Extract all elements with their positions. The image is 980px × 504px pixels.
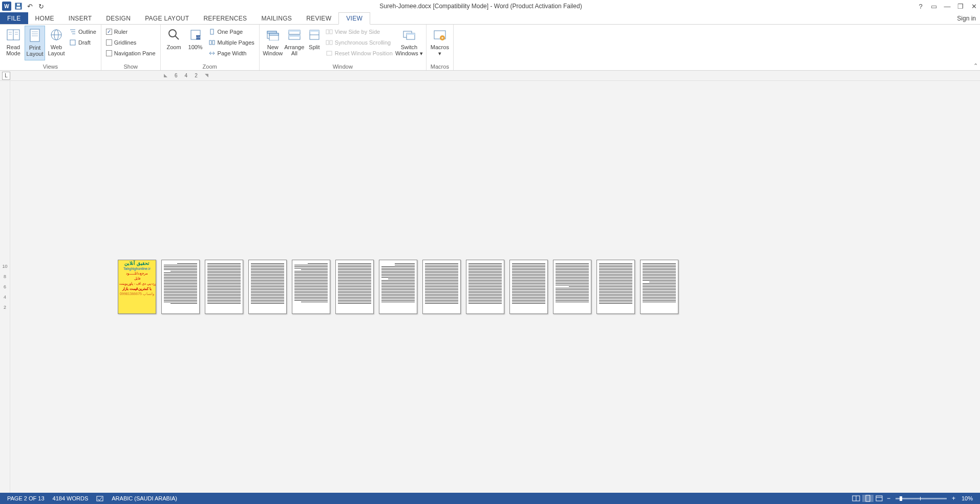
help-button[interactable]: ? bbox=[917, 2, 925, 10]
group-macros-label: Macros bbox=[430, 64, 450, 70]
web-layout-icon bbox=[48, 27, 65, 43]
svg-point-20 bbox=[169, 30, 176, 37]
page-thumbnail-4[interactable] bbox=[248, 260, 287, 314]
page-thumbnail-13[interactable] bbox=[640, 260, 678, 314]
print-layout-view-button[interactable] bbox=[862, 495, 874, 502]
zoom-label: Zoom bbox=[167, 44, 181, 50]
ruler-mark: 6 bbox=[175, 73, 178, 78]
read-mode-button[interactable]: Read Mode bbox=[3, 26, 24, 60]
page-thumbnail-12[interactable] bbox=[596, 260, 635, 314]
collapse-ribbon-button[interactable]: ⌃ bbox=[973, 62, 978, 69]
multiple-pages-button[interactable]: Multiple Pages bbox=[207, 37, 256, 48]
split-button[interactable]: Split bbox=[306, 26, 323, 60]
draft-button[interactable]: Draft bbox=[68, 37, 98, 48]
svg-rect-38 bbox=[310, 30, 319, 32]
macros-button[interactable]: Macros▾ bbox=[430, 26, 450, 60]
read-mode-view-button[interactable] bbox=[850, 495, 862, 501]
language-status[interactable]: ARABIC (SAUDI ARABIA) bbox=[108, 495, 181, 501]
document-area[interactable]: 10 8 6 4 2 تحقیق آنلاین Tahghighonline.i… bbox=[0, 81, 980, 493]
save-button[interactable] bbox=[14, 2, 23, 10]
svg-rect-42 bbox=[330, 40, 332, 45]
nav-pane-label: Navigation Pane bbox=[114, 50, 156, 56]
cover-text: مرجع دانلـــــود bbox=[118, 271, 156, 276]
title-bar: W ↶ ↻ Sureh-Jomee.docx [Compatibility Mo… bbox=[0, 0, 980, 12]
page-thumbnail-1[interactable]: تحقیق آنلاین Tahghighonline.ir مرجع دانل… bbox=[118, 260, 156, 314]
arrange-all-icon bbox=[286, 27, 303, 43]
print-layout-button[interactable]: Print Layout bbox=[25, 26, 45, 60]
page-thumbnail-2[interactable] bbox=[161, 260, 200, 314]
cover-text: فایل bbox=[118, 276, 156, 281]
new-window-icon bbox=[265, 27, 281, 43]
word-count-status[interactable]: 4184 WORDS bbox=[49, 495, 93, 501]
print-layout-icon bbox=[27, 27, 43, 44]
zoom-button[interactable]: Zoom bbox=[164, 26, 184, 60]
horizontal-ruler[interactable]: L ◣ 6 4 2 ◥ bbox=[0, 71, 980, 81]
zoom-in-button[interactable]: + bbox=[950, 495, 957, 502]
tab-page-layout[interactable]: PAGE LAYOUT bbox=[138, 12, 196, 24]
ribbon-options-button[interactable]: ▭ bbox=[930, 2, 938, 10]
vruler-mark: 6 bbox=[4, 284, 6, 289]
tab-file[interactable]: FILE bbox=[0, 12, 28, 24]
ruler-checkbox[interactable]: Ruler bbox=[104, 27, 157, 37]
page-thumbnail-3[interactable] bbox=[205, 260, 243, 314]
arrange-all-button[interactable]: Arrange All bbox=[284, 26, 305, 60]
zoom-out-button[interactable]: − bbox=[885, 495, 892, 502]
split-icon bbox=[306, 27, 323, 43]
page-width-button[interactable]: Page Width bbox=[207, 48, 256, 58]
page-thumbnail-5[interactable] bbox=[292, 260, 330, 314]
read-mode-icon bbox=[5, 27, 22, 43]
svg-rect-29 bbox=[267, 31, 276, 33]
nav-pane-checkbox[interactable]: Navigation Pane bbox=[104, 48, 157, 58]
svg-text:100: 100 bbox=[196, 36, 201, 39]
word-icon: W bbox=[2, 2, 11, 11]
split-label: Split bbox=[309, 44, 319, 50]
minimize-button[interactable]: — bbox=[943, 2, 951, 10]
tab-mailings[interactable]: MAILINGS bbox=[254, 12, 299, 24]
spelling-status[interactable] bbox=[92, 495, 108, 502]
tab-review[interactable]: REVIEW bbox=[299, 12, 338, 24]
undo-button[interactable]: ↶ bbox=[26, 2, 34, 10]
zoom-slider[interactable] bbox=[896, 498, 947, 499]
switch-windows-icon bbox=[401, 27, 417, 43]
page-thumbnail-6[interactable] bbox=[335, 260, 374, 314]
tab-selector[interactable]: L bbox=[2, 72, 10, 80]
draft-label: Draft bbox=[78, 39, 91, 46]
tab-home[interactable]: HOME bbox=[28, 12, 61, 24]
outline-label: Outline bbox=[78, 29, 96, 35]
zoom-percent[interactable]: 10% bbox=[957, 495, 977, 501]
svg-rect-1 bbox=[16, 7, 20, 9]
svg-rect-33 bbox=[289, 30, 300, 32]
page-number-status[interactable]: PAGE 2 OF 13 bbox=[3, 495, 49, 501]
close-button[interactable]: ✕ bbox=[970, 2, 978, 10]
switch-windows-button[interactable]: Switch Windows ▾ bbox=[395, 26, 423, 60]
gridlines-checkbox[interactable]: Gridlines bbox=[104, 37, 157, 48]
multi-pages-label: Multiple Pages bbox=[218, 39, 254, 46]
tab-insert[interactable]: INSERT bbox=[61, 12, 99, 24]
page-thumbnail-11[interactable] bbox=[553, 260, 591, 314]
vruler-mark: 10 bbox=[2, 264, 7, 269]
redo-button[interactable]: ↻ bbox=[37, 2, 45, 10]
web-layout-view-button[interactable] bbox=[874, 495, 885, 502]
svg-rect-49 bbox=[97, 496, 103, 501]
web-layout-button[interactable]: Web Layout bbox=[46, 26, 67, 60]
sign-in-link[interactable]: Sign in bbox=[953, 12, 980, 24]
page-thumbnail-9[interactable] bbox=[466, 260, 504, 314]
page-thumbnail-8[interactable] bbox=[422, 260, 461, 314]
restore-button[interactable]: ❐ bbox=[956, 2, 965, 10]
ribbon-tabs: FILE HOME INSERT DESIGN PAGE LAYOUT REFE… bbox=[0, 12, 980, 25]
vertical-ruler[interactable]: 10 8 6 4 2 bbox=[0, 81, 10, 493]
page-thumbnail-10[interactable] bbox=[509, 260, 548, 314]
one-page-button[interactable]: One Page bbox=[207, 27, 256, 37]
outline-button[interactable]: Outline bbox=[68, 27, 98, 37]
group-views-label: Views bbox=[3, 64, 98, 70]
svg-rect-39 bbox=[326, 30, 329, 34]
read-mode-label: Read Mode bbox=[3, 44, 24, 56]
tab-view[interactable]: VIEW bbox=[338, 12, 370, 25]
cover-text: ورد-پی دی اف - پاورپوینت bbox=[118, 281, 156, 286]
page-thumbnail-7[interactable] bbox=[379, 260, 417, 314]
tab-design[interactable]: DESIGN bbox=[99, 12, 138, 24]
zoom-100-button[interactable]: 100 100% bbox=[185, 26, 206, 60]
tab-references[interactable]: REFERENCES bbox=[196, 12, 254, 24]
quick-access-toolbar: W ↶ ↻ bbox=[2, 2, 45, 11]
new-window-button[interactable]: New Window bbox=[263, 26, 283, 60]
